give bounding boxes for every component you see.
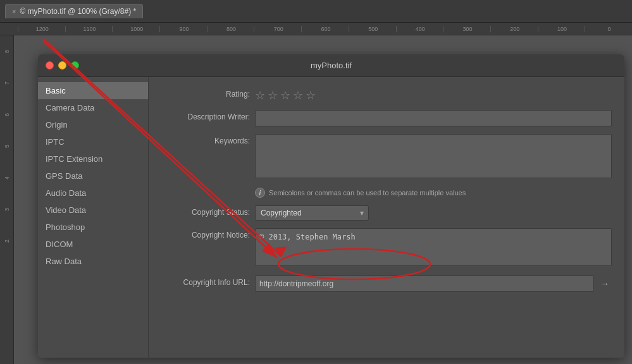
keywords-hint-row: i Semicolons or commas can be used to se…: [255, 188, 612, 198]
ruler-mark: 900: [159, 26, 207, 32]
workspace: myPhoto.tif Basic Camera Data Origin IPT…: [14, 35, 632, 364]
star-2[interactable]: ☆: [268, 88, 278, 102]
sidebar: Basic Camera Data Origin IPTC IPTC Exten…: [38, 77, 149, 358]
copyright-status-wrapper: Unknown Copyrighted Public Domain: [255, 205, 369, 221]
star-1[interactable]: ☆: [255, 88, 265, 102]
info-icon: i: [255, 188, 265, 198]
close-button[interactable]: [46, 61, 54, 70]
vertical-ruler: 8 7 6 5 4 3 2: [0, 35, 14, 364]
copyright-url-field: →: [255, 276, 612, 292]
ruler-mark: 400: [396, 26, 443, 32]
copyright-notice-row: Copyright Notice:: [161, 228, 612, 268]
ruler-mark: 0: [585, 26, 632, 32]
copyright-status-select[interactable]: Unknown Copyrighted Public Domain: [255, 205, 369, 221]
sidebar-item-camera-data[interactable]: Camera Data: [38, 99, 148, 116]
keywords-label: Keywords:: [161, 134, 250, 145]
star-3[interactable]: ☆: [280, 88, 290, 102]
description-writer-input[interactable]: [255, 110, 612, 126]
star-rating[interactable]: ☆ ☆ ☆ ☆ ☆: [255, 87, 612, 102]
ruler-mark: 5: [4, 130, 10, 162]
ruler-mark: 3: [4, 193, 10, 225]
sidebar-item-dicom[interactable]: DICOM: [38, 236, 148, 253]
metadata-dialog: myPhoto.tif Basic Camera Data Origin IPT…: [38, 54, 624, 358]
ruler-mark: 6: [4, 99, 10, 130]
ruler-mark: 500: [349, 26, 396, 32]
rating-field: ☆ ☆ ☆ ☆ ☆: [255, 87, 612, 102]
url-go-icon[interactable]: →: [598, 276, 612, 291]
ruler-mark: 700: [254, 26, 301, 32]
minimize-button[interactable]: [58, 61, 66, 70]
keywords-input[interactable]: [255, 134, 612, 178]
sidebar-item-video-data[interactable]: Video Data: [38, 202, 148, 219]
document-tab[interactable]: × © myPhoto.tif @ 100% (Gray/8#) *: [5, 4, 143, 18]
copyright-status-field: Unknown Copyrighted Public Domain: [255, 205, 612, 221]
sidebar-item-iptc-extension[interactable]: IPTC Extension: [38, 150, 148, 167]
copyright-status-row: Copyright Status: Unknown Copyrighted Pu…: [161, 205, 612, 221]
ruler-mark: 1100: [65, 26, 113, 32]
horizontal-ruler: 1200 1100 1000 900 800 700 600 500 400 3…: [0, 23, 632, 35]
ruler-mark: 800: [207, 26, 254, 32]
copyright-notice-field: [255, 228, 612, 268]
maximize-button[interactable]: [71, 61, 79, 70]
tab-label: © myPhoto.tif @ 100% (Gray/8#) *: [20, 7, 136, 16]
keywords-field: [255, 134, 612, 180]
dialog-titlebar: myPhoto.tif: [38, 54, 624, 77]
rating-row: Rating: ☆ ☆ ☆ ☆ ☆: [161, 87, 612, 102]
sidebar-item-iptc[interactable]: IPTC: [38, 133, 148, 150]
description-writer-field: [255, 110, 612, 126]
sidebar-item-photoshop[interactable]: Photoshop: [38, 219, 148, 236]
sidebar-item-basic[interactable]: Basic: [38, 82, 148, 99]
copyright-notice-label: Copyright Notice:: [161, 228, 250, 240]
ruler-mark: 600: [301, 26, 349, 32]
content-area: Rating: ☆ ☆ ☆ ☆ ☆ Description Writer:: [149, 77, 624, 358]
star-4[interactable]: ☆: [293, 88, 303, 102]
sidebar-item-origin[interactable]: Origin: [38, 116, 148, 133]
traffic-lights: [46, 61, 79, 70]
description-writer-label: Description Writer:: [161, 110, 250, 121]
ruler-marks: 1200 1100 1000 900 800 700 600 500 400 3…: [18, 26, 632, 32]
ruler-mark: 100: [538, 26, 585, 32]
ruler-mark: 7: [4, 67, 10, 99]
dialog-title: myPhoto.tif: [311, 61, 352, 70]
keywords-row: Keywords:: [161, 134, 612, 180]
ruler-mark: 200: [490, 26, 538, 32]
copyright-notice-input[interactable]: [255, 228, 612, 266]
ruler-mark: 8: [4, 35, 10, 67]
ruler-mark: 300: [443, 26, 490, 32]
sidebar-item-audio-data[interactable]: Audio Data: [38, 185, 148, 202]
sidebar-item-raw-data[interactable]: Raw Data: [38, 253, 148, 270]
copyright-status-label: Copyright Status:: [161, 205, 250, 217]
keywords-hint-text: Semicolons or commas can be used to sepa…: [269, 189, 466, 197]
ruler-mark: 4: [4, 162, 10, 193]
ruler-mark: 1200: [18, 26, 65, 32]
top-bar: × © myPhoto.tif @ 100% (Gray/8#) *: [0, 0, 632, 23]
ruler-mark: 2: [4, 225, 10, 257]
dialog-body: Basic Camera Data Origin IPTC IPTC Exten…: [38, 77, 624, 358]
rating-label: Rating:: [161, 87, 250, 99]
copyright-url-row: Copyright Info URL: →: [161, 276, 612, 292]
sidebar-item-gps-data[interactable]: GPS Data: [38, 167, 148, 185]
ruler-mark: 1000: [112, 26, 159, 32]
star-5[interactable]: ☆: [306, 88, 316, 102]
description-writer-row: Description Writer:: [161, 110, 612, 126]
copyright-url-label: Copyright Info URL:: [161, 276, 250, 287]
copyright-url-input[interactable]: [255, 276, 594, 292]
tab-close-icon[interactable]: ×: [12, 8, 16, 15]
